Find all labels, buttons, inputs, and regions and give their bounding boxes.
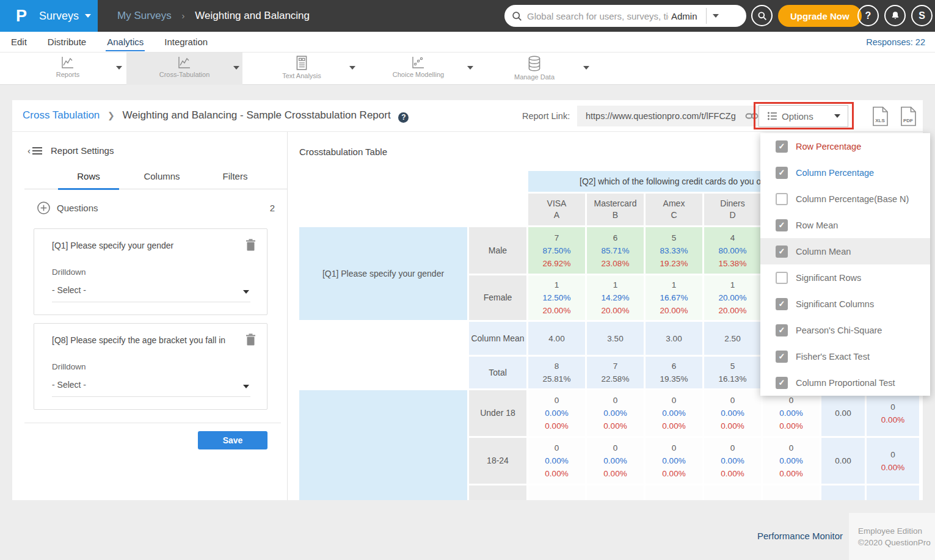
performance-monitor-link[interactable]: Performance Monitor xyxy=(757,531,843,541)
help-icon[interactable]: ? xyxy=(398,112,409,123)
report-link-field[interactable]: https://www.questionpro.com/t/lFFCZg xyxy=(577,106,765,126)
breadcrumb-current-survey: Weighting and Balancing xyxy=(195,10,310,21)
global-search: Admin xyxy=(504,5,746,27)
settings-title: Report Settings xyxy=(51,145,114,156)
drilldown-label: Drilldown xyxy=(52,267,86,277)
menu-item-column-percentage[interactable]: ✓Column Percentage xyxy=(760,159,930,186)
checkbox[interactable]: ✓ xyxy=(776,377,788,389)
data-cell: 00.00%0.00% xyxy=(704,438,761,484)
menu-item-column-percentage-base-n-[interactable]: Column Percentage(Base N) xyxy=(760,186,930,212)
options-button[interactable]: Options xyxy=(759,105,848,127)
checkbox[interactable]: ✓ xyxy=(776,324,788,336)
tab-filters[interactable]: Filters xyxy=(198,171,272,181)
toolbar-item-text-analysis[interactable]: Text Analysis xyxy=(242,53,360,85)
cell-value: 4.00 xyxy=(548,332,564,345)
cell-value: Diners xyxy=(720,198,744,209)
report-link-label: Report Link: xyxy=(522,111,570,121)
add-question-button[interactable] xyxy=(37,201,51,215)
toolbar-item-manage-data[interactable]: Manage Data xyxy=(478,53,594,85)
menu-item-fisher-s-exact-test[interactable]: ✓Fisher's Exact Test xyxy=(760,343,930,369)
drilldown-select[interactable]: - Select - xyxy=(52,285,250,302)
cell-value: D xyxy=(729,209,735,221)
checkbox[interactable] xyxy=(776,193,788,205)
checkbox[interactable]: ✓ xyxy=(776,219,788,231)
cell-value: 0 xyxy=(555,442,559,454)
cell-value: 0.00% xyxy=(881,461,904,474)
chevron-down-icon[interactable] xyxy=(116,66,122,70)
data-cell-truncated xyxy=(763,485,820,500)
nav-item-integration[interactable]: Integration xyxy=(163,33,209,50)
cell-value: 15.38% xyxy=(719,257,747,270)
cell-value: 0.00% xyxy=(603,420,627,432)
toolbar-item-cross-tabulation[interactable]: Cross-Tabulation xyxy=(126,53,242,85)
search-icon xyxy=(512,11,522,21)
collapse-panel-icon[interactable]: ‹ xyxy=(27,145,42,156)
row-label-truncated xyxy=(469,485,526,500)
breadcrumb-my-surveys[interactable]: My Surveys xyxy=(117,10,172,21)
menu-item-significant-rows[interactable]: Significant Rows xyxy=(760,264,930,291)
export-xls-button[interactable]: XLS xyxy=(872,106,889,129)
cell-value: 0 xyxy=(890,401,895,413)
page-title: Weighting and Balancing - Sample Crossta… xyxy=(123,109,391,121)
line-chart-icon xyxy=(176,55,192,70)
row-label: Column Mean xyxy=(469,322,526,355)
menu-item-pearson-s-chi-square[interactable]: ✓Pearson's Chi-Square xyxy=(760,317,930,343)
toolbar-item-choice-modelling[interactable]: Choice Modelling xyxy=(360,53,478,85)
nav-item-analytics[interactable]: Analytics xyxy=(106,33,145,51)
checkbox[interactable]: ✓ xyxy=(776,167,788,179)
save-button[interactable]: Save xyxy=(198,431,267,449)
menu-item-column-proportional-test[interactable]: ✓Column Proportional Test xyxy=(760,369,930,396)
export-pdf-button[interactable]: PDF xyxy=(900,106,917,129)
chevron-down-icon xyxy=(243,385,249,388)
svg-text:XLS: XLS xyxy=(875,118,885,123)
menu-item-significant-columns[interactable]: ✓Significant Columns xyxy=(760,291,930,317)
checkbox[interactable] xyxy=(776,272,788,284)
menu-item-row-mean[interactable]: ✓Row Mean xyxy=(760,212,930,238)
chevron-down-icon[interactable] xyxy=(467,66,473,70)
tab-rows[interactable]: Rows xyxy=(52,171,125,181)
account-avatar[interactable]: S xyxy=(911,5,933,26)
cell-value: 16.67% xyxy=(660,291,688,304)
delete-question-button[interactable] xyxy=(246,239,256,253)
cell-value: 0 xyxy=(730,442,735,454)
edition-box: Employee Edition ©2020 QuestionPro xyxy=(849,513,935,560)
checkbox[interactable]: ✓ xyxy=(776,351,788,363)
notifications-button[interactable] xyxy=(884,5,906,26)
checkbox[interactable]: ✓ xyxy=(776,140,788,153)
row-mean-cell: 0.00 xyxy=(821,438,865,484)
nav-item-edit[interactable]: Edit xyxy=(10,33,28,50)
upgrade-now-button[interactable]: Upgrade Now xyxy=(778,5,862,27)
checkbox[interactable]: ✓ xyxy=(776,298,788,310)
cell-value: 0 xyxy=(672,442,677,454)
search-icon xyxy=(757,11,767,21)
cell-value: 0.00% xyxy=(662,407,685,420)
search-input[interactable] xyxy=(527,11,669,21)
chevron-down-icon[interactable] xyxy=(233,66,239,70)
cell-value: 0 xyxy=(613,442,618,454)
menu-item-column-mean[interactable]: ✓Column Mean xyxy=(760,238,930,264)
toolbar-item-reports[interactable]: Reports xyxy=(0,53,126,85)
chevron-down-icon xyxy=(834,114,840,118)
report-url[interactable]: https://www.questionpro.com/t/lFFCZg xyxy=(586,111,745,121)
chevron-down-icon[interactable] xyxy=(583,66,589,70)
surveys-product-menu[interactable]: P Surveys xyxy=(0,0,98,32)
questions-label: Questions xyxy=(57,203,98,213)
cell-value: 20.00% xyxy=(602,304,630,317)
checkbox[interactable]: ✓ xyxy=(776,245,788,258)
search-submit-button[interactable] xyxy=(751,5,773,26)
menu-item-row-percentage[interactable]: ✓Row Percentage xyxy=(760,133,930,159)
help-button[interactable]: ? xyxy=(857,5,879,26)
pdf-file-icon: PDF xyxy=(900,106,917,126)
cell-value: 3.00 xyxy=(666,332,682,345)
drilldown-select[interactable]: - Select - xyxy=(52,380,250,397)
column-header-visa: VISAA xyxy=(528,194,585,225)
chevron-down-icon[interactable] xyxy=(349,66,355,70)
nav-item-distribute[interactable]: Distribute xyxy=(46,33,87,50)
report-header: Cross Tabulation ❯ Weighting and Balanci… xyxy=(12,100,923,132)
cell-value: 3.50 xyxy=(607,332,623,345)
delete-question-button[interactable] xyxy=(246,333,256,348)
cross-tabulation-link[interactable]: Cross Tabulation xyxy=(23,109,100,121)
search-scope-dropdown[interactable] xyxy=(713,14,719,18)
tab-columns[interactable]: Columns xyxy=(125,171,198,181)
data-cell: 00.00%0.00% xyxy=(646,390,702,436)
